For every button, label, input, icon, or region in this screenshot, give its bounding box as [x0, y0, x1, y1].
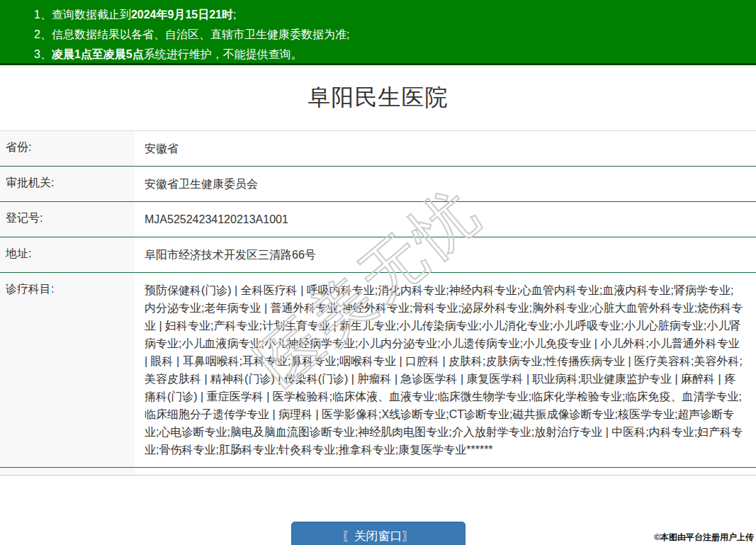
row-label: 省份:: [0, 131, 135, 167]
table-row-registration-number: 登记号: MJA52524234120213A1001: [0, 202, 756, 237]
notice-line-2: 2、信息数据结果以各省、自治区、直辖市卫生健康委数据为准;: [34, 25, 749, 45]
button-area: 〖关闭窗口〗: [0, 522, 756, 545]
row-label: 登记号:: [0, 202, 135, 237]
table-row-province: 省份: 安徽省: [0, 131, 756, 167]
row-label: 诊疗科目:: [0, 273, 135, 468]
row-value: 阜阳市经济技术开发区三清路66号: [135, 237, 756, 273]
row-value: 安徽省: [135, 131, 756, 167]
notice-line-1: 1、查询数据截止到2024年9月15日21时;: [34, 5, 749, 25]
notice-number: 3、: [34, 48, 52, 60]
hospital-info-table: 省份: 安徽省 审批机关: 安徽省卫生健康委员会 登记号: MJA5252423…: [0, 130, 756, 476]
table-row-departments: 诊疗科目: 预防保健科(门诊) | 全科医疗科 | 呼吸内科专业;消化内科专业;…: [0, 273, 756, 468]
row-label: 审批机关:: [0, 167, 135, 202]
row-value: 安徽省卫生健康委员会: [135, 167, 756, 202]
notice-number: 2、: [34, 28, 52, 40]
row-label: 地址:: [0, 237, 135, 273]
notice-number: 1、: [34, 9, 52, 21]
title-area: 阜阳民生医院: [0, 65, 756, 130]
close-window-button[interactable]: 〖关闭窗口〗: [291, 522, 466, 545]
row-value: 预防保健科(门诊) | 全科医疗科 | 呼吸内科专业;消化内科专业;神经内科专业…: [135, 273, 756, 468]
table-row-approval-authority: 审批机关: 安徽省卫生健康委员会: [0, 167, 756, 202]
page-title: 阜阳民生医院: [308, 82, 448, 113]
table-row-address: 地址: 阜阳市经济技术开发区三清路66号: [0, 237, 756, 273]
notice-banner: 1、查询数据截止到2024年9月15日21时; 2、信息数据结果以各省、自治区、…: [0, 0, 756, 65]
notice-line-3: 3、凌晨1点至凌晨5点系统进行维护，不能提供查询。: [34, 45, 749, 64]
footer-attribution: ©本图由平台注册用户上传: [654, 532, 754, 544]
row-value: MJA52524234120213A1001: [135, 202, 756, 237]
table-row-empty: [0, 468, 756, 476]
